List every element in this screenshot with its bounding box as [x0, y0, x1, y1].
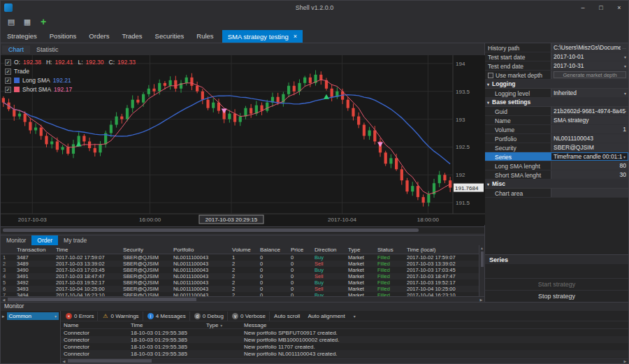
chevron-down-icon[interactable]: ▾ [624, 54, 626, 59]
column-header-portfolio[interactable]: Portfolio [171, 247, 230, 253]
scrollbar-thumb[interactable] [8, 298, 196, 301]
column-header-time-local[interactable]: Time (local) [405, 247, 472, 253]
property-row-long-sma-lenght[interactable]: Long SMA lenght80 [485, 161, 628, 170]
boards-icon[interactable]: ▤ [5, 16, 17, 29]
auto-alignment-toggle[interactable]: Auto alignment [304, 313, 348, 319]
expander-icon[interactable]: ▾ [487, 182, 489, 187]
log-row[interactable]: Connector18-10-03 01:29:55.385New portfo… [61, 336, 628, 343]
table-row[interactable]: 534922017-10-03 19:52:17SBER@QJSIMNL0011… [1, 279, 479, 286]
tab-sma-strategy-testing[interactable]: SMA strategy testing × [222, 30, 303, 43]
column-header-name[interactable]: Name [61, 322, 128, 328]
auto-scroll-toggle[interactable]: Auto scroll [270, 313, 303, 319]
column-header-time[interactable]: Time [54, 247, 121, 253]
orders-vertical-scrollbar[interactable]: ▲ [479, 245, 484, 296]
column-header-message[interactable]: Message [241, 322, 628, 328]
tab-statistic[interactable]: Statistic [30, 45, 65, 54]
table-row[interactable]: 334902017-10-03 17:03:45SBER@QJSIMNL0011… [1, 267, 479, 273]
messages-filter[interactable]: i4 Messages [144, 312, 190, 321]
toolbar-overflow-icon[interactable]: ▾ [354, 314, 356, 319]
tab-strategies[interactable]: Strategies [1, 30, 43, 43]
minimize-button[interactable]: – [574, 1, 592, 15]
browse-icon[interactable]: … [622, 45, 626, 50]
property-row-volume[interactable]: Volume1 [485, 125, 628, 134]
property-value[interactable]: SMA strategy [551, 116, 628, 124]
property-row-portfolio[interactable]: PortfolioNL0011100043 [485, 134, 628, 143]
column-header-direction[interactable]: Direction [312, 247, 346, 253]
tab-rules[interactable]: Rules [190, 30, 219, 43]
table-row[interactable]: 234892017-10-03 13:39:02SBER@QJSIMNL0011… [1, 261, 479, 267]
property-row-test-end-date[interactable]: Test end date2017-10-31▾ [485, 61, 628, 71]
property-value[interactable]: C:\Users\MiszGs\Documents\GitHub\EduGit\… [551, 43, 628, 52]
scroll-left-icon[interactable]: ◀ [61, 359, 67, 363]
table-row[interactable]: 634932017-10-04 10:25:00SBER@QJSIMNL0011… [1, 286, 479, 292]
tab-chart[interactable]: Chart [2, 45, 30, 54]
property-row-series[interactable]: SeriesTimeframe candle 00:01:15▾ [485, 152, 628, 161]
property-row-test-start-date[interactable]: Test start date2017-10-01▾ [485, 52, 628, 61]
scroll-right-icon[interactable]: ▶ [622, 359, 628, 363]
scroll-right-icon[interactable]: ▶ [478, 298, 484, 302]
property-row-chart-area[interactable]: Chart area [485, 189, 628, 198]
log-row[interactable]: Connector18-10-03 01:29:55.385New portfo… [61, 350, 628, 357]
property-row-guid[interactable]: Guid21b2602d-9681-4974-8a45-115015f4... [485, 107, 628, 116]
verbose-filter[interactable]: v0 Verbose [229, 312, 270, 321]
checkbox[interactable] [488, 73, 493, 78]
generate-market-depth-button[interactable]: Generate market depth [554, 71, 626, 78]
property-value[interactable]: 2017-10-31▾ [551, 61, 628, 70]
property-row-history-path[interactable]: History pathC:\Users\MiszGs\Documents\Gi… [485, 43, 628, 52]
log-table-header[interactable]: NameTimeType▼Message [61, 321, 628, 329]
column-header-balance[interactable]: Balance [258, 247, 289, 253]
chart-scrollbar[interactable] [1, 226, 484, 233]
scrollbar-thumb[interactable] [481, 252, 484, 267]
monitor-horizontal-scrollbar[interactable]: ◀ ▶ [61, 358, 628, 363]
table-row[interactable]: 134872017-10-02 17:59:07SBER@QJSIMNL0011… [1, 254, 479, 261]
column-header-transaction[interactable]: Transaction [15, 247, 54, 253]
column-header-security[interactable]: Security [121, 247, 171, 253]
tab-my-trade[interactable]: My trade [58, 235, 92, 245]
property-value[interactable]: 1 [551, 125, 628, 133]
property-row-use-market-depth[interactable]: Use market depthGenerate market depth [485, 71, 628, 80]
property-row-short-sma-lenght[interactable]: Short SMA lenght30 [485, 170, 628, 180]
tab-monitor[interactable]: Monitor [1, 235, 31, 245]
scroll-left-icon[interactable]: ◀ [1, 298, 7, 302]
property-value[interactable]: 2017-10-01▾ [551, 52, 628, 61]
property-value[interactable]: Timeframe candle 00:01:15▾ [551, 152, 628, 161]
warnings-filter[interactable]: ⚠0 Warnings [99, 312, 143, 321]
tab-orders[interactable]: Orders [82, 30, 115, 43]
tab-trades[interactable]: Trades [115, 30, 148, 43]
property-value[interactable] [551, 189, 628, 197]
property-value[interactable]: SBER@QJSIM [551, 143, 628, 152]
column-header-price[interactable]: Price [289, 247, 312, 253]
chevron-down-icon[interactable]: ▾ [624, 91, 626, 96]
tab-securities[interactable]: Securities [149, 30, 191, 43]
start-strategy-button[interactable]: Start strategy [485, 278, 628, 290]
property-value[interactable]: 21b2602d-9681-4974-8a45-115015f4... [551, 107, 628, 115]
scrollbar-track[interactable] [7, 297, 478, 302]
expander-icon[interactable]: ▾ [487, 82, 489, 87]
close-tab-icon[interactable]: × [294, 33, 297, 40]
chevron-down-icon[interactable]: ▾ [623, 154, 626, 159]
column-header-volume[interactable]: Volume [230, 247, 258, 253]
column-header-time[interactable]: Time [128, 322, 203, 328]
column-header-type[interactable]: Type▼ [203, 322, 241, 328]
close-button[interactable]: × [610, 1, 628, 15]
property-value[interactable]: 80 [551, 161, 628, 170]
expander-icon[interactable]: ▸ [2, 314, 5, 319]
trade-checkbox[interactable]: ✓ [5, 68, 11, 75]
property-value[interactable]: Generate market depth [551, 71, 628, 79]
errors-filter[interactable]: ×0 Errors [62, 312, 98, 321]
column-header-status[interactable]: Status [375, 247, 405, 253]
maximize-button[interactable]: □ [592, 1, 610, 15]
log-row[interactable]: Connector18-10-03 01:29:55.385New portfo… [61, 343, 628, 350]
tree-item-common[interactable]: ▸ Common ▾ [2, 312, 59, 320]
orders-horizontal-scrollbar[interactable]: ◀ ▶ [1, 296, 484, 302]
property-row-name[interactable]: NameSMA strategy [485, 116, 628, 125]
filter-icon[interactable]: ▼ [219, 323, 223, 328]
log-row[interactable]: Connector18-10-03 01:29:55.385New portfo… [61, 329, 628, 336]
add-strategy-icon[interactable]: + [37, 16, 50, 29]
property-group-misc[interactable]: ▾Misc [485, 180, 628, 189]
expander-icon[interactable]: ▾ [487, 100, 489, 105]
log-source-selected[interactable]: Common ▾ [7, 312, 59, 320]
scrollbar-track[interactable] [67, 358, 622, 363]
stop-strategy-button[interactable]: Stop strategy [485, 290, 628, 302]
debug-filter[interactable]: d0 Debug [191, 312, 228, 321]
